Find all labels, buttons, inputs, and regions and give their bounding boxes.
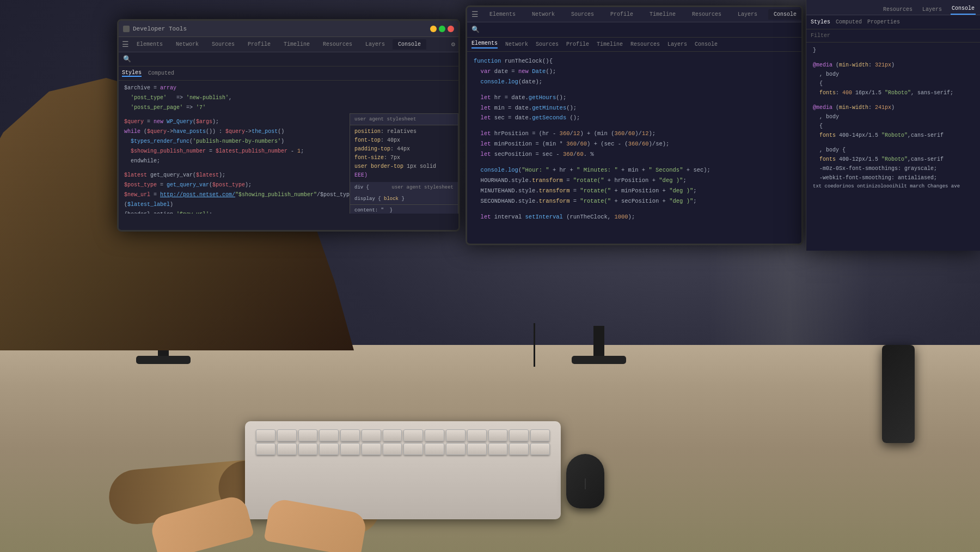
mouse-divider — [585, 478, 586, 489]
key[interactable] — [362, 443, 381, 455]
close-button[interactable] — [448, 26, 454, 32]
key[interactable] — [256, 429, 275, 441]
third-panel: Resources Layers Console Styles Computed… — [806, 0, 980, 251]
key[interactable] — [446, 429, 465, 441]
key[interactable] — [467, 429, 487, 441]
key[interactable] — [340, 429, 360, 441]
css-blank — [813, 140, 973, 145]
right-tab-elements[interactable]: Elements — [484, 9, 521, 20]
mouse — [566, 454, 604, 508]
third-sub-tab-computed[interactable]: Computed — [836, 19, 862, 25]
code-line: HOURHAND.style.transform = "rotate(" + h… — [474, 175, 795, 186]
hamburger-icon[interactable]: ☰ — [122, 40, 129, 49]
right-sub-tab-console[interactable]: Console — [695, 41, 718, 47]
right-tab-network[interactable]: Network — [526, 9, 560, 20]
seconds-label: Seconds — [656, 167, 679, 173]
right-sub-tab-sources[interactable]: Sources — [536, 41, 559, 47]
tab-styles[interactable]: Styles — [122, 70, 142, 77]
key[interactable] — [488, 429, 508, 441]
right-sub-tab-resources[interactable]: Resources — [630, 41, 660, 47]
third-tab-layers[interactable]: Layers — [921, 4, 943, 15]
code-line: let min = date.getMinutes(); — [474, 103, 795, 113]
key[interactable] — [383, 443, 402, 455]
tab-console[interactable]: Console — [393, 39, 426, 50]
key[interactable] — [277, 429, 297, 441]
css-rule: , body — [813, 112, 973, 122]
css-rule: @media (min-width: 241px) — [813, 103, 973, 112]
tab-resources[interactable]: Resources — [317, 39, 358, 50]
css-blank — [813, 98, 973, 103]
third-sub-tab-styles[interactable]: Styles — [811, 19, 830, 25]
devtools-icon — [123, 26, 130, 32]
third-filter-bar: Filter — [806, 29, 980, 43]
key[interactable] — [425, 429, 444, 441]
minimize-button[interactable] — [430, 26, 437, 32]
right-sub-tab-network[interactable]: Network — [505, 41, 528, 47]
search-bar: 🔍 — [119, 52, 458, 66]
key[interactable] — [467, 443, 487, 455]
css-rule: -m0z-0Sx-font-smoothings: grayscale; — [813, 164, 973, 173]
key[interactable] — [403, 429, 423, 441]
third-tab-resources[interactable]: Resources — [882, 4, 914, 15]
right-hamburger-icon[interactable]: ☰ — [471, 10, 479, 19]
maximize-button[interactable] — [439, 26, 445, 32]
monitor-base-right — [572, 356, 626, 364]
css-rule: fonts 400-12px/1.5 "Roboto",cans-serif — [813, 155, 973, 164]
right-tab-resources[interactable]: Resources — [687, 9, 727, 20]
code-blank — [474, 87, 795, 93]
right-sub-tab-elements[interactable]: Elements — [471, 40, 498, 48]
third-tab-console[interactable]: Console — [951, 3, 976, 15]
tab-elements[interactable]: Elements — [131, 39, 168, 50]
key[interactable] — [488, 443, 508, 455]
key[interactable] — [509, 443, 529, 455]
key[interactable] — [362, 429, 381, 441]
tab-sources[interactable]: Sources — [206, 39, 240, 50]
code-line: let hr = date.getHours(); — [474, 93, 795, 103]
key[interactable] — [383, 429, 402, 441]
right-tab-profile[interactable]: Profile — [605, 9, 639, 20]
right-tab-timeline[interactable]: Timeline — [644, 9, 681, 20]
right-tab-sources[interactable]: Sources — [566, 9, 599, 20]
key[interactable] — [425, 443, 444, 455]
key[interactable] — [298, 429, 318, 441]
css-rule: @media (min-width: 321px) — [813, 60, 973, 70]
right-sub-tab-timeline[interactable]: Timeline — [597, 41, 623, 47]
tab-layers[interactable]: Layers — [360, 39, 390, 50]
settings-icon[interactable]: ⚙ — [451, 40, 455, 48]
right-search-icon: 🔍 — [471, 26, 480, 34]
right-tab-console[interactable]: Console — [768, 9, 802, 20]
key[interactable] — [403, 443, 423, 455]
right-sub-tab-layers[interactable]: Layers — [667, 41, 687, 47]
tab-network[interactable]: Network — [170, 39, 204, 50]
tab-profile[interactable]: Profile — [242, 39, 276, 50]
key[interactable] — [319, 443, 339, 455]
css-rule: , body — [813, 70, 973, 79]
tab-timeline[interactable]: Timeline — [278, 39, 315, 50]
right-tab-layers[interactable]: Layers — [732, 9, 763, 20]
css-blank — [813, 55, 973, 60]
right-code-area: function runTheClock(){ var date = new D… — [467, 52, 801, 226]
right-sub-tab-profile[interactable]: Profile — [566, 41, 589, 47]
code-line: $archive = array — [124, 84, 453, 93]
code-line: let minPosition = (min * 360/60) + (sec … — [474, 139, 795, 149]
key[interactable] — [256, 443, 275, 455]
key[interactable] — [319, 429, 339, 441]
key[interactable] — [509, 429, 529, 441]
third-sub-tab-properties[interactable]: Properties — [867, 19, 900, 25]
css-rule: , body { — [813, 145, 973, 155]
key[interactable] — [446, 443, 465, 455]
css-rule: fonts: 400 16px/1.5 "Roboto", sans-serif… — [813, 88, 973, 98]
tab-computed[interactable]: Computed — [148, 70, 174, 76]
code-blank — [474, 123, 795, 129]
overlay-div: div { user agent stylesheet — [350, 182, 458, 193]
search-icon: 🔍 — [123, 55, 131, 63]
key[interactable] — [530, 443, 550, 455]
key[interactable] — [530, 429, 550, 441]
key[interactable] — [298, 443, 318, 455]
code-line: 'posts_per_page' => '7' — [124, 104, 453, 112]
key[interactable] — [277, 443, 297, 455]
key[interactable] — [340, 443, 360, 455]
code-line: function runTheClock(){ — [474, 56, 795, 66]
monitor-left: Developer Tools ☰ Elements Network Sourc… — [117, 19, 460, 232]
devtools-title: Developer Tools — [133, 26, 187, 32]
